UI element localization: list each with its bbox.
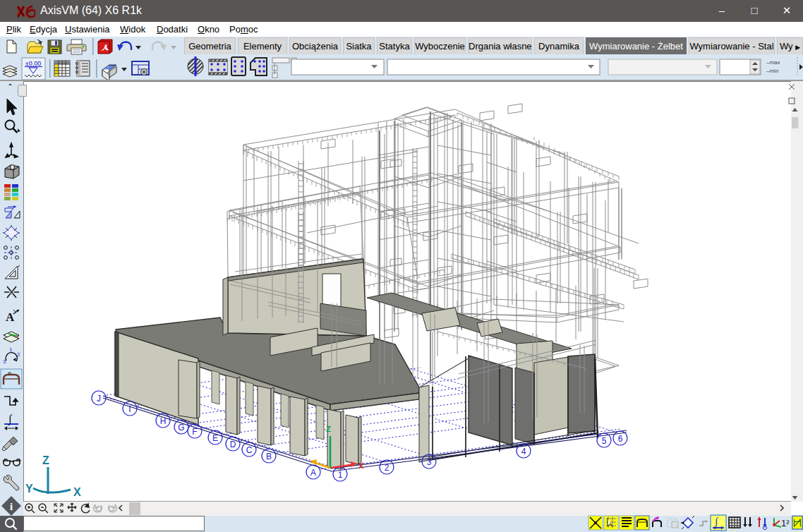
svg-text:3: 3	[427, 457, 432, 467]
svg-text:B: B	[266, 452, 272, 461]
svg-text:2: 2	[385, 463, 390, 473]
svg-text:X: X	[73, 486, 81, 498]
svg-text:1: 1	[9, 346, 13, 353]
svg-text:2: 2	[17, 351, 20, 358]
svg-text:–min: –min	[766, 68, 778, 74]
svg-text:Z: Z	[326, 425, 331, 433]
svg-text:3: 3	[3, 358, 6, 365]
svg-text:H: H	[160, 416, 167, 426]
svg-text:I: I	[128, 404, 131, 414]
svg-text:±0.00: ±0.00	[25, 60, 41, 67]
svg-text:D: D	[230, 440, 236, 449]
svg-text:5: 5	[602, 436, 607, 446]
svg-text:4: 4	[521, 447, 526, 457]
svg-text:F: F	[192, 427, 197, 437]
svg-text:Y: Y	[25, 483, 33, 495]
svg-text:G: G	[178, 423, 184, 433]
svg-text:J: J	[97, 394, 101, 404]
svg-text:1: 1	[338, 470, 343, 480]
svg-text:X: X	[358, 461, 364, 470]
svg-text:6: 6	[618, 434, 623, 444]
svg-text:1²: 1²	[781, 518, 790, 528]
svg-text:A: A	[6, 310, 15, 324]
svg-text:E: E	[212, 433, 218, 443]
svg-text:Z: Z	[42, 454, 49, 466]
svg-text:i: i	[10, 501, 13, 512]
svg-text:–max: –max	[766, 59, 780, 66]
svg-text:C: C	[246, 445, 253, 455]
svg-text:A: A	[310, 468, 316, 478]
